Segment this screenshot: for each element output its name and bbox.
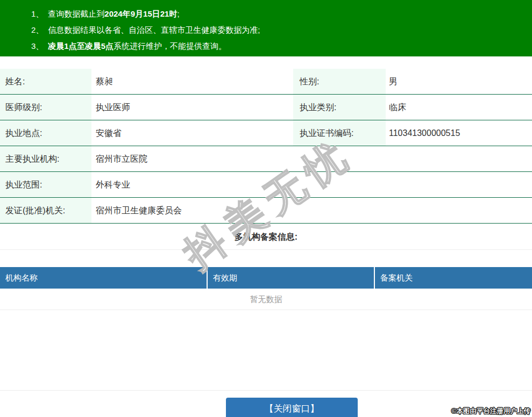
doctor-registry-result-page: 1、查询数据截止到2024年9月15日21时; 2、信息数据结果以各省、自治区、… [0, 0, 532, 417]
notice-text: 系统进行维护，不能提供查询。 [114, 41, 226, 51]
footer-bar: 【关闭窗口】 [0, 390, 532, 415]
practice-scope-value: 外科专业 [91, 172, 532, 197]
notice-line-3: 3、凌晨1点至凌晨5点系统进行维护，不能提供查询。 [31, 38, 532, 54]
column-header-validity-period: 有效期 [208, 267, 375, 289]
practice-category-label: 执业类别: [293, 95, 386, 120]
certificate-number-value: 110341300000515 [386, 120, 532, 146]
table-row-main-institution: 主要执业机构: 宿州市立医院 [0, 146, 532, 172]
doctor-level-label: 医师级别: [0, 95, 91, 120]
practice-scope-label: 执业范围: [0, 172, 91, 197]
practice-location-value: 安徽省 [91, 120, 293, 146]
close-window-button[interactable]: 【关闭窗口】 [226, 398, 358, 417]
notice-text-bold: 凌晨1点至凌晨5点 [48, 41, 114, 51]
notice-banner: 1、查询数据截止到2024年9月15日21时; 2、信息数据结果以各省、自治区、… [0, 0, 532, 56]
notice-line-number: 2、 [31, 25, 44, 34]
gender-value: 男 [386, 69, 532, 94]
table-row-practice-scope: 执业范围: 外科专业 [0, 172, 532, 198]
name-label: 姓名: [0, 69, 91, 94]
table-row-location-certificate: 执业地点: 安徽省 执业证书编码: 110341300000515 [0, 120, 532, 146]
doctor-level-value: 执业医师 [91, 95, 293, 120]
notice-line-1: 1、查询数据截止到2024年9月15日21时; [31, 6, 532, 22]
doctor-info-table: 姓名: 蔡昶 性别: 男 医师级别: 执业医师 执业类别: 临床 执业地点: 安… [0, 69, 532, 224]
notice-text: 信息数据结果以各省、自治区、直辖市卫生健康委数据为准; [48, 25, 260, 34]
filing-table-header: 机构名称 有效期 备案机关 [0, 267, 532, 289]
practice-category-value: 临床 [386, 95, 532, 120]
issuing-authority-value: 宿州市卫生健康委员会 [91, 198, 532, 223]
table-row-level-category: 医师级别: 执业医师 执业类别: 临床 [0, 95, 532, 120]
notice-text-bold: 2024年9月15日21时 [104, 9, 177, 18]
column-header-institution-name: 机构名称 [0, 267, 208, 289]
multi-institution-section-title: 多机构备案信息: [0, 224, 532, 250]
main-institution-value: 宿州市立医院 [91, 146, 532, 171]
notice-line-2: 2、信息数据结果以各省、自治区、直辖市卫生健康委数据为准; [31, 22, 532, 38]
main-institution-label: 主要执业机构: [0, 146, 91, 171]
notice-text: ; [177, 9, 179, 18]
column-header-filing-authority: 备案机关 [375, 267, 532, 289]
notice-line-number: 3、 [31, 41, 44, 51]
issuing-authority-label: 发证(批准)机关: [0, 198, 91, 223]
notice-text: 查询数据截止到 [48, 9, 104, 18]
name-value: 蔡昶 [91, 69, 293, 94]
gender-label: 性别: [293, 69, 386, 94]
notice-line-number: 1、 [31, 9, 44, 18]
certificate-number-label: 执业证书编码: [293, 120, 386, 146]
table-row-name-gender: 姓名: 蔡昶 性别: 男 [0, 69, 532, 95]
practice-location-label: 执业地点: [0, 120, 91, 146]
empty-data-placeholder: 暂无数据 [0, 289, 532, 310]
table-row-issuing-authority: 发证(批准)机关: 宿州市卫生健康委员会 [0, 198, 532, 224]
